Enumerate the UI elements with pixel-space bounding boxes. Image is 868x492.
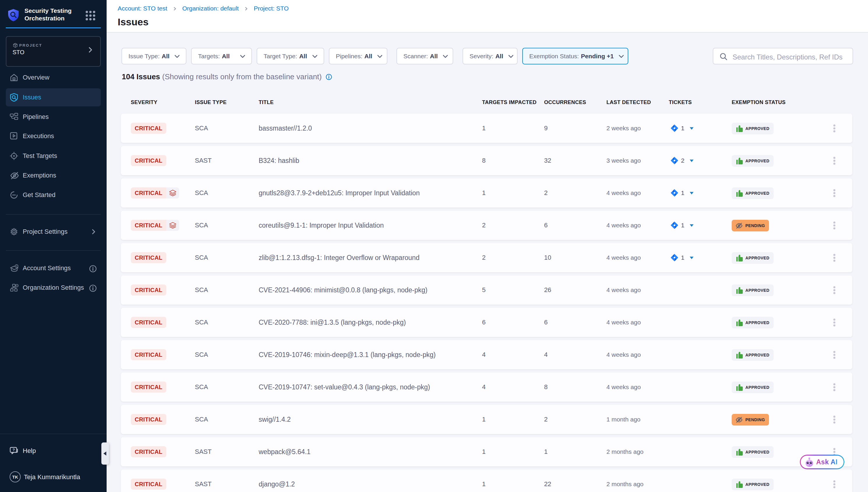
svg-text:?: ? (12, 448, 15, 452)
